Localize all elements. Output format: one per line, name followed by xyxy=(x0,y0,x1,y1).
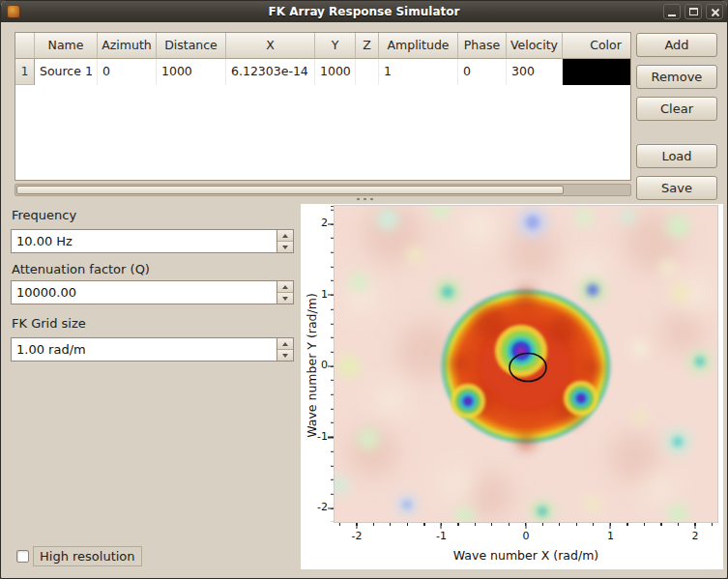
scrollbar-thumb[interactable] xyxy=(16,186,564,194)
x-tick-label: -1 xyxy=(420,530,464,542)
side-lobe-left xyxy=(451,384,485,419)
spin-up-button[interactable] xyxy=(277,338,293,350)
cell-azimuth[interactable]: 0 xyxy=(98,59,157,85)
cell-velocity[interactable]: 300 xyxy=(507,59,563,85)
spin-up-icon xyxy=(282,285,288,289)
window-controls xyxy=(663,4,723,19)
column-header-z[interactable]: Z xyxy=(356,33,379,59)
x-tick-label: 1 xyxy=(589,530,633,542)
frequency-spinbox[interactable]: 10.00 Hz xyxy=(11,229,294,253)
column-header-amplitude[interactable]: Amplitude xyxy=(379,33,458,59)
x-tick-label: -2 xyxy=(335,530,379,542)
column-header-name[interactable]: Name xyxy=(35,33,98,59)
y-axis-label: Wave number Y (rad/m) xyxy=(305,278,320,452)
column-header-color[interactable]: Color xyxy=(563,33,631,59)
spin-down-button[interactable] xyxy=(277,242,293,252)
spin-down-button[interactable] xyxy=(277,350,293,361)
window-title: FK Array Response Simulator xyxy=(1,5,727,18)
close-button[interactable] xyxy=(706,4,723,19)
column-header-phase[interactable]: Phase xyxy=(458,33,507,59)
spin-up-icon xyxy=(282,342,288,346)
y-axis-minor-ticks xyxy=(331,206,334,522)
minimize-icon xyxy=(668,14,676,16)
horizontal-scrollbar[interactable] xyxy=(15,184,631,196)
row-index: 1 xyxy=(15,59,35,85)
pane-grip[interactable] xyxy=(355,196,376,202)
cell-amplitude[interactable]: 1 xyxy=(379,59,458,85)
fk-grid-label: FK Grid size xyxy=(12,316,86,331)
spin-up-button[interactable] xyxy=(277,281,293,293)
frequency-label: Frequency xyxy=(12,208,76,222)
column-header-y[interactable]: Y xyxy=(315,33,356,59)
app-window: FK Array Response Simulator Name Azimuth… xyxy=(0,0,728,579)
sources-table: Name Azimuth Distance X Y Z Amplitude Ph… xyxy=(15,32,631,181)
x-tick-label: 0 xyxy=(504,530,548,542)
x-tick-label: 2 xyxy=(673,530,717,542)
spin-down-icon xyxy=(282,246,288,249)
table-row[interactable]: 1 Source 1 0 1000 6.12303e-14 1000 1 0 3… xyxy=(15,59,630,85)
close-icon xyxy=(711,8,719,16)
spin-up-icon xyxy=(282,234,288,238)
frequency-value[interactable]: 10.00 Hz xyxy=(12,230,277,252)
minimize-button[interactable] xyxy=(663,4,681,19)
remove-button[interactable]: Remove xyxy=(636,65,717,89)
fk-grid-spinbox[interactable]: 1.00 rad/m xyxy=(11,337,294,362)
color-swatch[interactable] xyxy=(563,59,631,85)
high-resolution-label[interactable]: High resolution xyxy=(33,546,142,566)
maximize-icon xyxy=(689,8,698,15)
plot-panel: -2 -1 0 1 2 2 1 0 -1 -2 Wave number X (r… xyxy=(301,204,723,569)
column-header-velocity[interactable]: Velocity xyxy=(507,33,563,59)
fk-grid-spin-buttons xyxy=(277,338,293,361)
y-tick-label: 2 xyxy=(303,216,328,231)
cell-distance[interactable]: 1000 xyxy=(157,59,226,85)
cell-x[interactable]: 6.12303e-14 xyxy=(226,59,315,85)
spin-down-icon xyxy=(282,354,288,358)
clear-button[interactable]: Clear xyxy=(636,97,717,121)
save-button[interactable]: Save xyxy=(636,176,717,200)
column-header-x[interactable]: X xyxy=(226,33,315,59)
spin-up-button[interactable] xyxy=(277,230,293,242)
table-header-row: Name Azimuth Distance X Y Z Amplitude Ph… xyxy=(15,33,630,59)
y-tick-label: -2 xyxy=(303,500,328,515)
load-button[interactable]: Load xyxy=(636,144,717,168)
side-lobe-right xyxy=(564,381,598,416)
window-menu-icon[interactable] xyxy=(7,5,20,18)
attenuation-spin-buttons xyxy=(277,281,293,304)
cell-phase[interactable]: 0 xyxy=(458,59,507,85)
attenuation-label: Attenuation factor (Q) xyxy=(12,262,150,276)
attenuation-value[interactable]: 10000.00 xyxy=(12,281,277,304)
column-header-rownum xyxy=(15,33,35,59)
center-rings xyxy=(495,325,547,377)
cell-name[interactable]: Source 1 xyxy=(35,59,98,85)
column-header-azimuth[interactable]: Azimuth xyxy=(98,33,157,59)
titlebar[interactable]: FK Array Response Simulator xyxy=(1,1,727,22)
add-button[interactable]: Add xyxy=(636,33,717,57)
fk-grid-value[interactable]: 1.00 rad/m xyxy=(12,338,277,361)
x-axis-minor-ticks xyxy=(335,523,717,526)
fk-response-image xyxy=(335,206,717,522)
x-axis-label: Wave number X (rad/m) xyxy=(335,548,717,563)
attenuation-spinbox[interactable]: 10000.00 xyxy=(11,280,294,304)
x-tick-labels: -2 -1 0 1 2 xyxy=(335,530,717,542)
high-resolution-checkbox[interactable] xyxy=(16,550,29,563)
frequency-spin-buttons xyxy=(277,230,293,252)
cell-z[interactable] xyxy=(356,59,379,85)
spin-down-button[interactable] xyxy=(277,293,293,304)
column-header-distance[interactable]: Distance xyxy=(157,33,226,59)
maximize-button[interactable] xyxy=(684,4,702,19)
fk-heatmap xyxy=(335,206,717,522)
spin-down-icon xyxy=(282,297,288,301)
cell-y[interactable]: 1000 xyxy=(315,59,356,85)
